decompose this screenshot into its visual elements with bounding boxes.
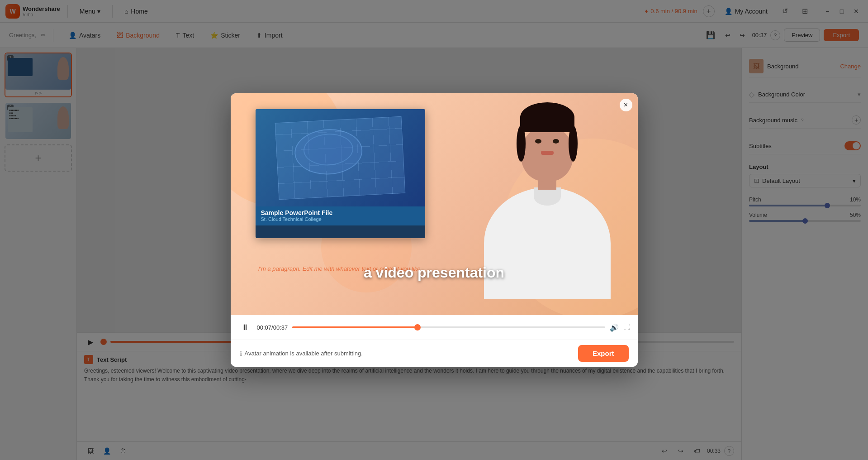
modal-overlay[interactable]: × Sample PowerPoint File St. Clou	[0, 0, 868, 460]
modal-progress-fill	[292, 326, 417, 328]
modal-avatar-head	[521, 125, 573, 181]
modal-ppt-titlebar: Sample PowerPoint File St. Cloud Technic…	[256, 206, 425, 225]
modal-close-button[interactable]: ×	[620, 99, 632, 111]
modal-info-text: ℹ Avatar animation is available after su…	[240, 350, 363, 357]
modal-export-button[interactable]: Export	[578, 345, 629, 362]
modal-avatar-eye-right	[553, 139, 559, 144]
modal-ppt-image	[256, 109, 425, 206]
modal-avatar-lips	[541, 151, 554, 155]
modal-avatar-eye-left	[535, 139, 541, 144]
modal-subtitle: a video presentation	[231, 264, 638, 281]
info-icon: ℹ	[240, 350, 242, 357]
modal-volume-button[interactable]: 🔊	[610, 323, 619, 332]
modal-video-controls: ⏸ 00:07/00:37 🔊 ⛶	[231, 315, 638, 340]
modal-time-display: 00:07/00:37	[257, 324, 288, 331]
modal-pause-button[interactable]: ⏸	[238, 320, 252, 335]
modal-footer: ℹ Avatar animation is available after su…	[231, 340, 638, 367]
modal-avatar-body	[484, 187, 611, 299]
modal-avatar-collar	[534, 187, 561, 206]
modal-ppt-preview: Sample PowerPoint File St. Cloud Technic…	[256, 109, 425, 238]
preview-modal: × Sample PowerPoint File St. Clou	[231, 93, 638, 367]
modal-fullscreen-button[interactable]: ⛶	[623, 323, 631, 331]
modal-avatar-hair	[520, 102, 574, 132]
modal-progress-thumb	[414, 324, 421, 331]
modal-video-area: × Sample PowerPoint File St. Clou	[231, 93, 638, 315]
modal-progress-bar[interactable]	[292, 326, 605, 328]
